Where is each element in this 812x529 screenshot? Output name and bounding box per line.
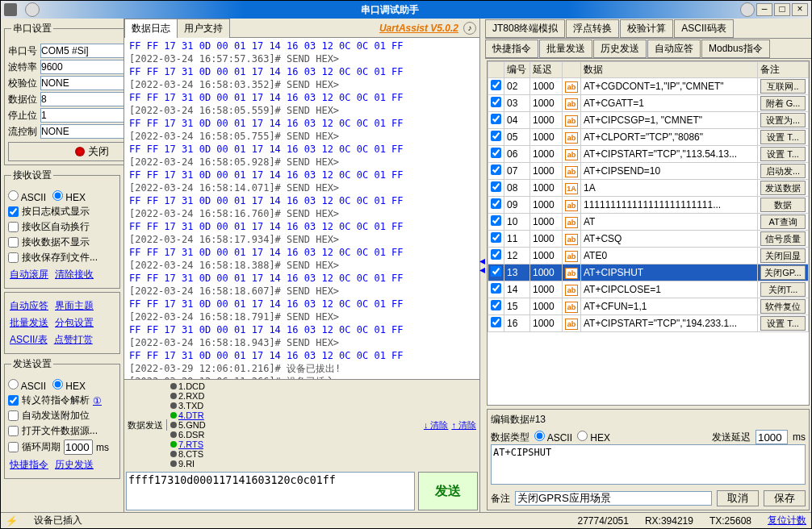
close-button[interactable]: × xyxy=(792,3,808,16)
databits-select[interactable] xyxy=(40,92,123,106)
recv-ascii-radio[interactable]: ASCII xyxy=(8,190,46,203)
autoreply-link[interactable]: 自动应答 xyxy=(10,299,48,313)
table-row[interactable]: 071000abAT+CIPSEND=10启动发... xyxy=(488,163,809,180)
rtab[interactable]: 自动应答 xyxy=(647,40,701,58)
row-check[interactable] xyxy=(491,198,501,209)
rtab[interactable]: JT808终端模拟 xyxy=(485,19,565,38)
log-area[interactable]: FF FF 17 31 0D 00 01 17 14 16 03 12 0C 0… xyxy=(124,38,479,379)
table-row[interactable]: 061000abAT+CIPSTART="TCP","113.54.13...设… xyxy=(488,146,809,163)
table-row[interactable]: 131000abAT+CIPSHUT关闭GP... xyxy=(488,264,809,281)
table-row[interactable]: 151000abAT+CFUN=1,1软件复位 xyxy=(488,298,809,315)
clear-up-link[interactable]: ↑ 清除 xyxy=(451,419,476,431)
row-send-button[interactable]: 关闭回显 xyxy=(760,248,806,263)
auto-append-check[interactable]: 自动发送附加位 xyxy=(8,409,116,423)
send-button[interactable]: 发送 xyxy=(418,472,478,510)
table-row[interactable]: 041000abAT+CIPCSGP=1, "CMNET"设置为... xyxy=(488,112,809,129)
donate-link[interactable]: 点赞打赏 xyxy=(54,333,93,347)
row-check[interactable] xyxy=(491,232,501,243)
row-check[interactable] xyxy=(491,114,501,124)
autoscroll-link[interactable]: 自动滚屏 xyxy=(10,268,48,281)
row-send-button[interactable]: 附着 G... xyxy=(760,96,806,110)
recv-hide-check[interactable]: 接收数据不显示 xyxy=(8,235,116,249)
table-row[interactable]: 101000abATAT查询 xyxy=(488,214,809,231)
recv-hex-radio[interactable]: HEX xyxy=(52,190,86,203)
cancel-button[interactable]: 取消 xyxy=(717,490,759,506)
rtab[interactable]: Modbus指令 xyxy=(701,40,770,58)
row-send-button[interactable]: 关闭GP... xyxy=(760,265,806,280)
loop-check[interactable]: 循环周期ms xyxy=(8,439,116,455)
row-send-button[interactable]: 互联网.. xyxy=(760,79,806,94)
recv-logmode-check[interactable]: 按日志模式显示 xyxy=(8,205,116,219)
row-send-button[interactable]: 设置 T... xyxy=(760,147,806,161)
row-send-button[interactable]: 设置 T... xyxy=(760,130,806,144)
edit-hex-radio[interactable]: HEX xyxy=(577,431,610,444)
edit-ascii-radio[interactable]: ASCII xyxy=(534,431,572,444)
row-check[interactable] xyxy=(491,97,501,107)
save-button[interactable]: 保存 xyxy=(764,490,806,506)
ascii-table-link[interactable]: ASCII/表 xyxy=(10,333,48,347)
row-check[interactable] xyxy=(491,215,501,226)
signal-7.RTS[interactable]: 7.RTS xyxy=(170,439,206,449)
row-check[interactable] xyxy=(491,80,501,90)
table-row[interactable]: 141000abAT+CIPCLOSE=1关闭T... xyxy=(488,281,809,298)
row-check[interactable] xyxy=(491,266,501,277)
clear-down-link[interactable]: ↓ 清除 xyxy=(424,419,449,431)
table-row[interactable]: 051000abAT+CLPORT="TCP","8086"设置 T... xyxy=(488,129,809,146)
table-row[interactable]: 021000abAT+CGDCONT=1,"IP","CMNET"互联网.. xyxy=(488,78,809,95)
row-send-button[interactable]: 关闭T... xyxy=(760,282,806,297)
batch-link[interactable]: 批量发送 xyxy=(10,316,48,330)
version-link[interactable]: UartAssist V5.0.2 xyxy=(379,23,458,34)
rtab[interactable]: 历史发送 xyxy=(593,40,647,58)
rtab[interactable]: ASCII码表 xyxy=(674,19,733,38)
send-input[interactable]: ffff17310d000117141603120c0c01ff xyxy=(126,472,415,510)
tool-icon[interactable] xyxy=(25,2,40,17)
packet-link[interactable]: 分包设置 xyxy=(55,316,94,330)
rtab[interactable]: 批量发送 xyxy=(539,40,592,58)
row-check[interactable] xyxy=(491,131,501,141)
row-send-button[interactable]: 设置为... xyxy=(760,113,806,127)
table-row[interactable]: 161000abAT+CIPSTART="TCP","194.233.1...设… xyxy=(488,315,809,332)
port-close-button[interactable]: 关闭 xyxy=(8,142,123,161)
edit-data-input[interactable]: AT+CIPSHUT xyxy=(491,444,806,485)
row-check[interactable] xyxy=(491,181,501,192)
edit-delay-input[interactable] xyxy=(755,430,788,444)
minimize-button[interactable]: – xyxy=(756,3,772,16)
rtab[interactable]: 浮点转换 xyxy=(566,19,619,38)
maximize-button[interactable]: □ xyxy=(774,3,790,16)
port-select[interactable] xyxy=(40,44,123,58)
help-icon[interactable] xyxy=(740,2,755,17)
row-check[interactable] xyxy=(491,249,501,260)
row-send-button[interactable]: 软件复位 xyxy=(760,299,806,314)
row-send-button[interactable]: 发送数据 xyxy=(760,181,806,195)
recv-autowrap-check[interactable]: 接收区自动换行 xyxy=(8,220,116,234)
recv-save-check[interactable]: 接收保存到文件... xyxy=(8,251,116,264)
baud-select[interactable] xyxy=(40,60,123,74)
table-row[interactable]: 091000ab111111111111111111111111...数据 xyxy=(488,197,809,214)
rtab[interactable]: 校验计算 xyxy=(620,19,673,38)
signal-4.DTR[interactable]: 4.DTR xyxy=(170,410,206,420)
open-file-check[interactable]: 打开文件数据源... xyxy=(8,424,116,438)
theme-link[interactable]: 界面主题 xyxy=(55,299,94,313)
command-grid[interactable]: 编号 延迟 数据 备注 021000abAT+CGDCONT=1,"IP","C… xyxy=(487,60,810,406)
rtab[interactable]: 快捷指令 xyxy=(485,40,538,58)
row-send-button[interactable]: 数据 xyxy=(760,198,806,212)
flow-select[interactable] xyxy=(40,124,123,139)
escape-check[interactable]: 转义符指令解析① xyxy=(8,394,116,407)
quick-cmd-link[interactable]: 快捷指令 xyxy=(10,458,48,472)
row-send-button[interactable]: 信号质量 xyxy=(760,231,806,246)
send-ascii-radio[interactable]: ASCII xyxy=(8,379,46,392)
row-send-button[interactable]: AT查询 xyxy=(760,215,806,229)
row-send-button[interactable]: 启动发... xyxy=(760,164,806,178)
parity-select[interactable] xyxy=(40,76,123,90)
row-check[interactable] xyxy=(491,165,501,175)
history-link[interactable]: 历史发送 xyxy=(55,458,94,472)
reset-count-link[interactable]: 复位计数 xyxy=(768,514,806,527)
tab-support[interactable]: 用户支持 xyxy=(177,19,230,38)
row-check[interactable] xyxy=(491,148,501,158)
table-row[interactable]: 111000abAT+CSQ信号质量 xyxy=(488,231,809,248)
row-check[interactable] xyxy=(491,317,501,327)
table-row[interactable]: 031000abAT+CGATT=1附着 G... xyxy=(488,95,809,112)
send-hex-radio[interactable]: HEX xyxy=(52,379,86,392)
row-check[interactable] xyxy=(491,300,501,310)
stopbits-select[interactable] xyxy=(40,108,123,123)
